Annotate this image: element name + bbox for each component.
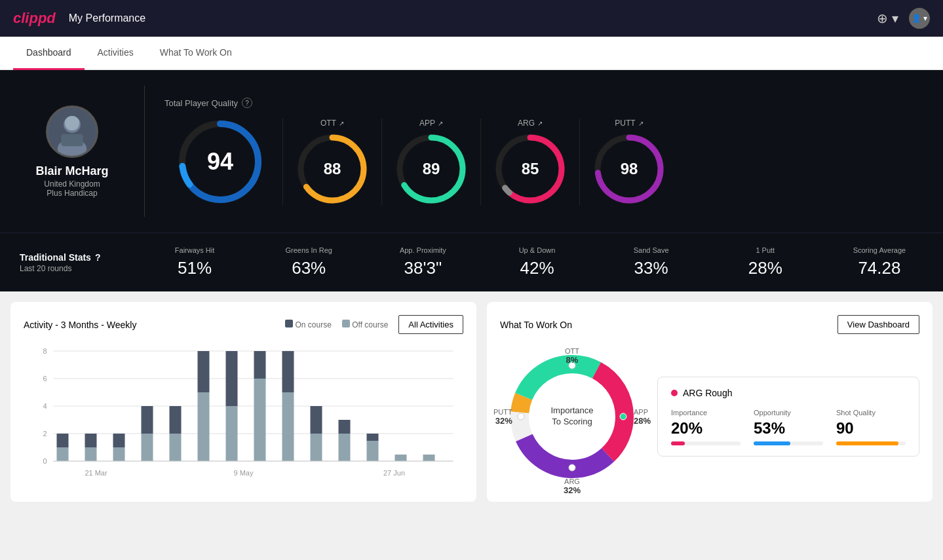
chart-svg: 8 6 4 2 0 bbox=[24, 345, 463, 489]
svg-rect-30 bbox=[85, 434, 97, 447]
svg-rect-29 bbox=[85, 447, 97, 461]
donut-chart: ImportanceTo Scoring OTT 8% APP 28% ARG … bbox=[500, 345, 644, 489]
tab-what-to-work-on[interactable]: What To Work On bbox=[147, 37, 245, 70]
tab-activities[interactable]: Activities bbox=[85, 37, 147, 70]
svg-point-64 bbox=[569, 464, 575, 471]
svg-rect-35 bbox=[170, 434, 182, 461]
ott-label: OTT↗ bbox=[320, 119, 344, 128]
svg-rect-39 bbox=[226, 406, 238, 461]
quality-section: Total Player Quality ? 94 bbox=[164, 98, 923, 205]
svg-point-63 bbox=[620, 413, 626, 420]
svg-rect-32 bbox=[113, 434, 125, 447]
svg-rect-46 bbox=[311, 406, 322, 434]
arground-card: ARG Rough Importance 20% Opportunity bbox=[657, 377, 919, 457]
tab-dashboard[interactable]: Dashboard bbox=[13, 37, 85, 70]
svg-rect-48 bbox=[339, 420, 351, 434]
putt-gauge: PUTT↗ 98 bbox=[579, 119, 678, 205]
player-handicap: Plus Handicap bbox=[47, 189, 97, 198]
donut-center-text: ImportanceTo Scoring bbox=[550, 405, 593, 428]
wtwo-header: What To Work On View Dashboard bbox=[500, 315, 919, 334]
quality-label: Total Player Quality ? bbox=[164, 98, 923, 108]
bottom-section: Activity - 3 Months - Weekly On course O… bbox=[0, 291, 943, 512]
ott-value: 88 bbox=[324, 160, 341, 178]
player-country: United Kingdom bbox=[44, 179, 100, 189]
trad-stats-sublabel: Last 20 rounds bbox=[20, 264, 125, 273]
help-icon[interactable]: ? bbox=[242, 98, 252, 108]
chart-header: Activity - 3 Months - Weekly On course O… bbox=[24, 315, 463, 334]
putt-value: 98 bbox=[621, 160, 638, 178]
importance-value: 20% bbox=[671, 419, 741, 438]
logo[interactable]: clippd bbox=[13, 10, 56, 27]
arg-gauge: ARG↗ 85 bbox=[480, 119, 579, 205]
arground-label: ARG Rough bbox=[683, 388, 732, 398]
app-value: 89 bbox=[423, 160, 440, 178]
svg-rect-49 bbox=[367, 441, 379, 461]
stat-greens-in-reg: Greens In Reg 63% bbox=[265, 246, 353, 278]
svg-rect-37 bbox=[198, 392, 210, 461]
svg-rect-27 bbox=[57, 447, 69, 461]
header-left: clippd My Performance bbox=[13, 10, 145, 27]
svg-text:0: 0 bbox=[43, 457, 47, 465]
header-title: My Performance bbox=[69, 12, 145, 24]
svg-rect-40 bbox=[226, 351, 238, 406]
quality-gauges: 94 OTT↗ 88 bbox=[164, 119, 923, 205]
chart-area: 8 6 4 2 0 bbox=[24, 345, 463, 489]
trad-stats-label: Traditional Stats ? Last 20 rounds bbox=[20, 252, 125, 273]
svg-rect-42 bbox=[254, 351, 266, 379]
header: clippd My Performance ⊕ ▾ 👤 ▾ bbox=[0, 0, 943, 37]
svg-text:27 Jun: 27 Jun bbox=[383, 469, 405, 477]
app-label: APP↗ bbox=[419, 119, 443, 128]
nav-tabs: Dashboard Activities What To Work On bbox=[0, 37, 943, 70]
metric-shot-quality: Shot Quality 90 bbox=[836, 409, 906, 445]
svg-rect-43 bbox=[282, 392, 294, 461]
arground-metrics: Importance 20% Opportunity 53% bbox=[671, 409, 906, 445]
svg-rect-34 bbox=[142, 406, 153, 434]
what-to-work-on-card: What To Work On View Dashboard bbox=[487, 302, 933, 502]
svg-text:9 May: 9 May bbox=[234, 469, 254, 477]
chart-legend: On course Off course bbox=[285, 320, 388, 329]
svg-rect-33 bbox=[142, 434, 153, 461]
svg-rect-4 bbox=[61, 134, 83, 146]
view-dashboard-button[interactable]: View Dashboard bbox=[837, 315, 919, 334]
stat-up-down: Up & Down 42% bbox=[493, 246, 581, 278]
svg-point-3 bbox=[65, 115, 79, 130]
stat-1-putt: 1 Putt 28% bbox=[722, 246, 809, 278]
trad-stats: Traditional Stats ? Last 20 rounds Fairw… bbox=[0, 233, 943, 291]
metric-opportunity: Opportunity 53% bbox=[754, 409, 823, 445]
player-name: Blair McHarg bbox=[35, 164, 108, 178]
hero-section: Blair McHarg United Kingdom Plus Handica… bbox=[0, 70, 943, 233]
svg-rect-31 bbox=[113, 447, 125, 461]
svg-rect-38 bbox=[198, 351, 210, 392]
stat-scoring-average: Scoring Average 74.28 bbox=[836, 246, 923, 278]
add-icon[interactable]: ⊕ ▾ bbox=[877, 10, 898, 26]
app-gauge: APP↗ 89 bbox=[381, 119, 480, 205]
wtwo-title: What To Work On bbox=[500, 320, 572, 330]
putt-label: PUTT↗ bbox=[615, 119, 643, 128]
svg-text:6: 6 bbox=[43, 375, 47, 383]
help-icon[interactable]: ? bbox=[95, 252, 101, 263]
svg-rect-44 bbox=[282, 351, 294, 392]
all-activities-button[interactable]: All Activities bbox=[398, 315, 463, 334]
svg-rect-47 bbox=[339, 434, 351, 461]
svg-rect-28 bbox=[57, 434, 69, 447]
trad-stats-title: Traditional Stats ? bbox=[20, 252, 125, 263]
svg-rect-50 bbox=[367, 434, 379, 441]
arg-value: 85 bbox=[522, 160, 539, 178]
activity-chart-card: Activity - 3 Months - Weekly On course O… bbox=[10, 302, 476, 502]
shot-quality-value: 90 bbox=[836, 419, 906, 438]
chart-title: Activity - 3 Months - Weekly bbox=[24, 320, 136, 330]
svg-text:21 Mar: 21 Mar bbox=[85, 469, 107, 477]
arg-label: ARG↗ bbox=[518, 119, 543, 128]
arground-dot bbox=[671, 390, 678, 396]
avatar[interactable]: 👤 ▾ bbox=[909, 8, 930, 29]
divider bbox=[144, 86, 145, 217]
metric-importance: Importance 20% bbox=[671, 409, 741, 445]
wtwo-content: ImportanceTo Scoring OTT 8% APP 28% ARG … bbox=[500, 345, 919, 489]
stat-app-proximity: App. Proximity 38'3" bbox=[379, 246, 467, 278]
arground-title: ARG Rough bbox=[671, 388, 906, 398]
stat-fairways-hit: Fairways Hit 51% bbox=[151, 246, 239, 278]
main-score-value: 94 bbox=[207, 148, 233, 176]
header-right: ⊕ ▾ 👤 ▾ bbox=[877, 8, 930, 29]
stat-sand-save: Sand Save 33% bbox=[607, 246, 695, 278]
svg-rect-51 bbox=[395, 455, 407, 461]
